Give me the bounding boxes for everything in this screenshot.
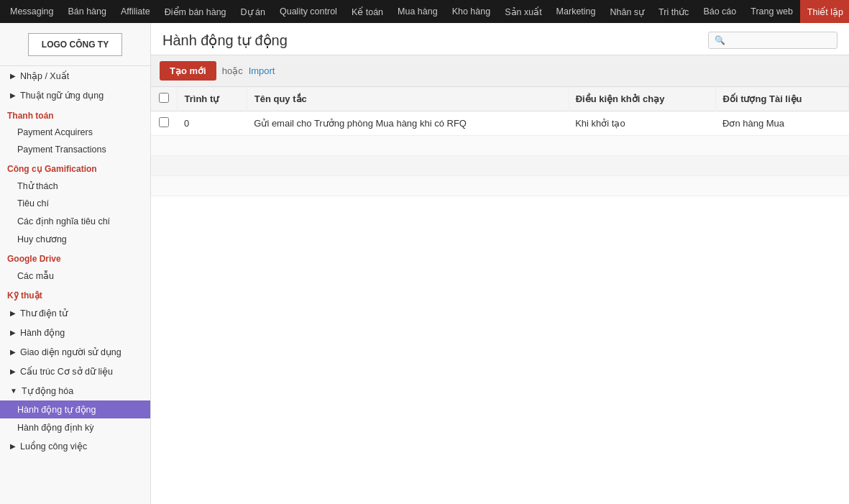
search-input[interactable] xyxy=(708,32,837,49)
section-title-gamification: Công cụ Gamification xyxy=(0,158,150,177)
cell-name: Gửi email cho Trưởng phòng Mua hàng khi … xyxy=(247,111,568,136)
sidebar-label-nhap-xuat: Nhập / Xuất xyxy=(20,70,69,81)
sidebar-item-thu-dien-tu[interactable]: ▶ Thư điện tử xyxy=(0,303,150,323)
page-title: Hành động tự động xyxy=(162,32,288,49)
chevron-right-icon: ▶ xyxy=(10,72,16,80)
sidebar-item-tieu-chi[interactable]: Tiêu chí xyxy=(0,195,150,212)
col-ten-quy-tac: Tên quy tắc xyxy=(247,87,568,111)
sidebar-item-giao-dien[interactable]: ▶ Giao diện người sử dụng xyxy=(0,342,150,362)
nav-quality-control[interactable]: Quality control xyxy=(272,0,344,23)
sidebar-label-luong-cong-viec: Luồng công việc xyxy=(20,441,87,452)
toolbar-or-text: hoặc xyxy=(222,65,243,76)
toolbar: Tạo mới hoặc Import xyxy=(151,55,849,87)
table-row[interactable]: 0 Gửi email cho Trưởng phòng Mua hàng kh… xyxy=(151,111,849,136)
cell-order: 0 xyxy=(177,111,247,136)
logo-area: LOGO CÔNG TY xyxy=(0,23,150,66)
nav-nhan-su[interactable]: Nhân sự xyxy=(603,0,652,23)
sidebar-item-cac-mau[interactable]: Các mẫu xyxy=(0,267,150,285)
cell-trigger: Khi khởi tạo xyxy=(568,111,715,136)
sidebar-label-thuat-ngu: Thuật ngữ ứng dụng xyxy=(20,90,104,101)
empty-row-3 xyxy=(151,176,849,196)
nav-ke-toan[interactable]: Kế toán xyxy=(344,0,390,23)
sidebar-item-hanh-dong[interactable]: ▶ Hành động xyxy=(0,323,150,342)
sidebar-label-hanh-dong: Hành động xyxy=(20,327,65,338)
select-all-checkbox-header[interactable] xyxy=(151,87,177,111)
col-trinh-tu: Trình tự xyxy=(177,87,247,111)
chevron-right-icon-3: ▶ xyxy=(10,309,16,317)
sidebar-item-cac-dinh-nghia[interactable]: Các định nghĩa tiêu chí xyxy=(0,212,150,230)
nav-ban-hang[interactable]: Bán hàng xyxy=(60,0,114,23)
chevron-down-icon: ▼ xyxy=(10,387,17,395)
sidebar: LOGO CÔNG TY ▶ Nhập / Xuất ▶ Thuật ngữ ứ… xyxy=(0,23,151,504)
sidebar-item-hanh-dong-dinh-ky[interactable]: Hành động định kỳ xyxy=(0,418,150,436)
nav-mua-hang[interactable]: Mua hàng xyxy=(390,0,445,23)
automation-table: Trình tự Tên quy tắc Điều kiện khởi chạy… xyxy=(151,87,849,196)
nav-tri-thuc[interactable]: Tri thức xyxy=(651,0,696,23)
sidebar-label-tu-dong-hoa: Tự động hóa xyxy=(22,385,73,396)
sidebar-item-tu-dong-hoa[interactable]: ▼ Tự động hóa xyxy=(0,381,150,400)
nav-trang-web[interactable]: Trang web xyxy=(743,0,800,23)
sidebar-item-luong-cong-viec[interactable]: ▶ Luồng công việc xyxy=(0,436,150,456)
main-header: Hành động tự động xyxy=(151,23,849,55)
row-checkbox[interactable] xyxy=(159,117,169,127)
nav-du-an[interactable]: Dự án xyxy=(234,0,272,23)
empty-row-1 xyxy=(151,136,849,156)
sidebar-item-thu-thach[interactable]: Thử thách xyxy=(0,177,150,195)
chevron-right-icon-4: ▶ xyxy=(10,329,16,336)
sidebar-item-payment-acquirers[interactable]: Payment Acquirers xyxy=(0,124,150,141)
nav-bao-cao[interactable]: Báo cáo xyxy=(696,0,743,23)
select-all-checkbox[interactable] xyxy=(159,93,169,103)
nav-diem-ban-hang[interactable]: Điểm bán hàng xyxy=(157,0,234,23)
nav-affiliate[interactable]: Affiliate xyxy=(114,0,157,23)
sidebar-item-huy-chuong[interactable]: Huy chương xyxy=(0,230,150,248)
sidebar-item-cau-truc[interactable]: ▶ Cấu trúc Cơ sở dữ liệu xyxy=(0,362,150,381)
sidebar-item-thuat-ngu[interactable]: ▶ Thuật ngữ ứng dụng xyxy=(0,86,150,105)
col-doi-tuong: Đối tượng Tài liệu xyxy=(715,87,848,111)
main-content: Hành động tự động Tạo mới hoặc Import Tr… xyxy=(151,23,849,504)
section-title-google-drive: Google Drive xyxy=(0,248,150,267)
sidebar-item-hanh-dong-tu-dong[interactable]: Hành động tự động xyxy=(0,400,150,418)
sidebar-label-cau-truc: Cấu trúc Cơ sở dữ liệu xyxy=(20,366,113,377)
nav-thiet-lap[interactable]: Thiết lập xyxy=(800,0,849,23)
chevron-right-icon-5: ▶ xyxy=(10,348,16,356)
import-link[interactable]: Import xyxy=(249,65,275,76)
table-container: Trình tự Tên quy tắc Điều kiện khởi chạy… xyxy=(151,87,849,504)
table-header-row: Trình tự Tên quy tắc Điều kiện khởi chạy… xyxy=(151,87,849,111)
sidebar-label-thu-dien-tu: Thư điện tử xyxy=(20,308,68,319)
section-title-thanh-toan: Thanh toán xyxy=(0,105,150,124)
sidebar-label-giao-dien: Giao diện người sử dụng xyxy=(20,347,121,357)
row-checkbox-cell[interactable] xyxy=(151,111,177,136)
chevron-right-icon-2: ▶ xyxy=(10,91,16,99)
create-button[interactable]: Tạo mới xyxy=(160,61,216,81)
nav-kho-hang[interactable]: Kho hàng xyxy=(445,0,498,23)
company-logo: LOGO CÔNG TY xyxy=(28,33,122,56)
chevron-right-icon-7: ▶ xyxy=(10,442,16,450)
sidebar-item-payment-transactions[interactable]: Payment Transactions xyxy=(0,141,150,158)
nav-san-xuat[interactable]: Sản xuất xyxy=(497,0,549,23)
sidebar-item-nhap-xuat[interactable]: ▶ Nhập / Xuất xyxy=(0,66,150,86)
nav-marketing[interactable]: Marketing xyxy=(549,0,603,23)
chevron-right-icon-6: ▶ xyxy=(10,367,16,375)
empty-row-2 xyxy=(151,156,849,176)
nav-messaging[interactable]: Messaging xyxy=(3,0,60,23)
cell-target: Đơn hàng Mua xyxy=(715,111,848,136)
col-dieu-kien: Điều kiện khởi chạy xyxy=(568,87,715,111)
section-title-ky-thuat: Kỹ thuật xyxy=(0,285,150,303)
top-navigation: Messaging Bán hàng Affiliate Điểm bán hà… xyxy=(0,0,849,23)
